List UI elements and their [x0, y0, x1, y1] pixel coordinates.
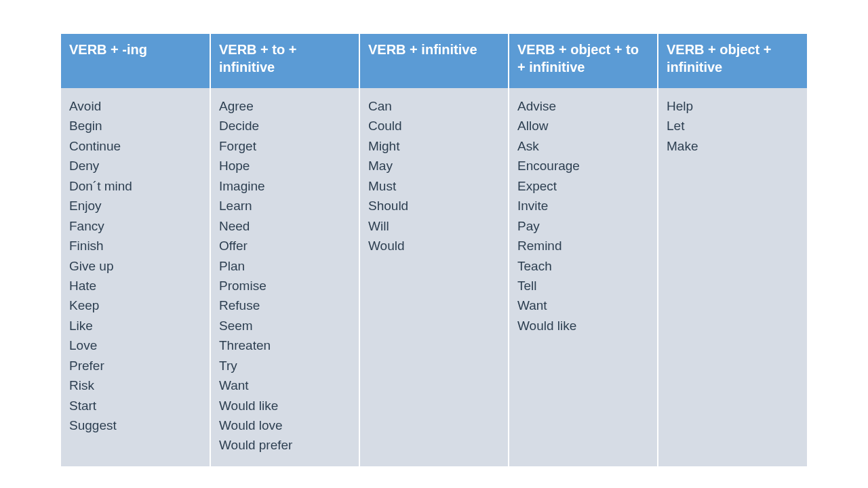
word-item: will: [368, 216, 500, 236]
word-item: hate: [69, 276, 201, 296]
word-item: make: [667, 136, 799, 156]
word-item: would like: [219, 396, 351, 415]
header-row: VERB + -ing VERB + to + infinitive VERB …: [61, 34, 807, 88]
col-header-4: VERB + object + infinitive: [658, 34, 807, 88]
col-header-2: VERB + infinitive: [359, 34, 509, 88]
word-item: give up: [69, 256, 201, 276]
word-item: love: [69, 336, 201, 355]
word-item: want: [517, 296, 649, 315]
col-header-0: VERB + -ing: [61, 34, 210, 88]
word-item: encourage: [517, 156, 649, 176]
word-item: imagine: [219, 176, 351, 196]
word-item: want: [219, 375, 351, 395]
word-item: deny: [69, 156, 201, 176]
word-item: could: [368, 116, 500, 136]
word-item: start: [69, 396, 201, 415]
word-item: continue: [69, 136, 201, 156]
word-item: let: [667, 116, 799, 136]
word-item: learn: [219, 196, 351, 216]
word-item: seem: [219, 316, 351, 336]
word-item: agree: [219, 96, 351, 116]
word-item: fancy: [69, 216, 201, 236]
word-item: decide: [219, 116, 351, 136]
word-item: tell: [517, 276, 649, 296]
word-item: finish: [69, 236, 201, 256]
word-item: don´t mind: [69, 176, 201, 196]
word-item: forget: [219, 136, 351, 156]
verb-patterns-table: VERB + -ing VERB + to + infinitive VERB …: [61, 34, 807, 466]
word-item: need: [219, 216, 351, 236]
word-item: help: [667, 96, 799, 116]
word-item: threaten: [219, 336, 351, 355]
word-item: invite: [517, 196, 649, 216]
col-header-1: VERB + to + infinitive: [210, 34, 359, 88]
word-item: would love: [219, 415, 351, 435]
word-item: must: [368, 176, 500, 196]
cell-1: agreedecideforgethopeimaginelearnneedoff…: [210, 88, 359, 466]
word-item: might: [368, 136, 500, 156]
word-item: suggest: [69, 415, 201, 435]
word-item: prefer: [69, 356, 201, 375]
word-item: would prefer: [219, 435, 351, 455]
word-item: remind: [517, 236, 649, 256]
word-item: should: [368, 196, 500, 216]
word-item: allow: [517, 116, 649, 136]
word-item: hope: [219, 156, 351, 176]
cell-2: cancouldmightmaymustshouldwillwould: [359, 88, 509, 466]
cell-4: helpletmake: [658, 88, 807, 466]
word-item: ask: [517, 136, 649, 156]
word-item: plan: [219, 256, 351, 276]
word-item: would like: [517, 316, 649, 336]
word-item: advise: [517, 96, 649, 116]
word-item: avoid: [69, 96, 201, 116]
word-item: try: [219, 356, 351, 375]
word-item: pay: [517, 216, 649, 236]
word-item: offer: [219, 236, 351, 256]
body-row: avoidbegincontinuedenydon´t mindenjoyfan…: [61, 88, 807, 466]
word-item: promise: [219, 276, 351, 296]
word-item: expect: [517, 176, 649, 196]
cell-3: adviseallowaskencourageexpectinvitepayre…: [509, 88, 658, 466]
col-header-3: VERB + object + to + infinitive: [509, 34, 658, 88]
word-item: refuse: [219, 296, 351, 315]
word-item: would: [368, 236, 500, 256]
word-item: like: [69, 316, 201, 336]
word-item: can: [368, 96, 500, 116]
word-item: enjoy: [69, 196, 201, 216]
word-item: teach: [517, 256, 649, 276]
cell-0: avoidbegincontinuedenydon´t mindenjoyfan…: [61, 88, 210, 466]
word-item: begin: [69, 116, 201, 136]
word-item: keep: [69, 296, 201, 315]
word-item: may: [368, 156, 500, 176]
word-item: risk: [69, 375, 201, 395]
